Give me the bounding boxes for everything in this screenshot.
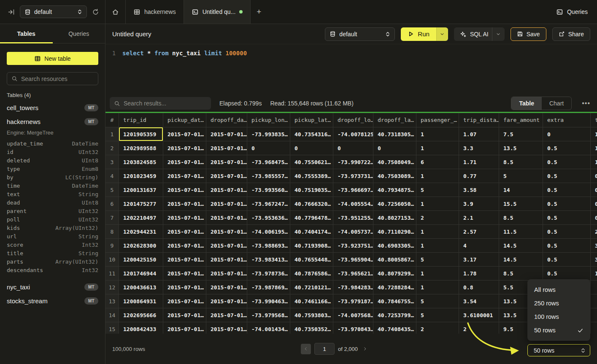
table-cell[interactable]: 1 <box>591 155 597 169</box>
table-cell[interactable]: 40.6903305… <box>373 239 416 253</box>
table-cell[interactable]: 40.7253799… <box>373 308 416 322</box>
table-cell[interactable]: 40.7350352… <box>290 322 333 334</box>
table-cell[interactable]: 1 <box>591 267 597 280</box>
column-row[interactable]: idUInt32 <box>0 148 105 156</box>
table-item-stocks-stream[interactable]: stocks_stream MT <box>0 294 105 308</box>
table-cell[interactable]: 0.5 <box>543 155 591 169</box>
table-cell[interactable]: 40.7519035… <box>290 183 333 197</box>
table-cell[interactable]: -73.993835… <box>247 127 290 141</box>
table-cell[interactable]: -73.983413… <box>247 253 290 267</box>
table-cell[interactable] <box>591 294 597 308</box>
column-header[interactable]: extra <box>543 113 591 127</box>
column-header[interactable]: passenger_… <box>416 113 459 127</box>
table-cell[interactable]: 2015-07-01… <box>206 225 247 239</box>
table-cell[interactable]: 0.5 <box>543 239 591 253</box>
table-cell[interactable] <box>591 308 597 322</box>
table-cell[interactable]: 1.71 <box>459 155 499 169</box>
table-cell[interactable]: -73.923751… <box>333 239 373 253</box>
table-cell[interactable]: 5 <box>416 308 459 322</box>
table-cell[interactable]: 2 <box>416 211 459 225</box>
table-cell[interactable]: 40.7110290… <box>373 225 416 239</box>
table-cell[interactable]: 1 <box>416 225 459 239</box>
page-number-input[interactable] <box>314 343 335 355</box>
column-header[interactable]: pickup_lat… <box>290 113 333 127</box>
table-cell[interactable]: 0.5 <box>543 169 591 183</box>
table-cell[interactable]: 0.8 <box>459 280 499 294</box>
table-cell[interactable]: 1 <box>416 127 459 141</box>
table-cell[interactable]: 2015-07-01… <box>163 127 206 141</box>
table-cell[interactable]: 2 <box>591 225 597 239</box>
column-header[interactable]: t <box>591 113 597 127</box>
table-cell[interactable]: 2015-07-01… <box>163 211 206 225</box>
column-row[interactable]: byLC(String) <box>0 173 105 181</box>
topbar-database-selector[interactable]: default <box>20 5 87 18</box>
table-cell[interactable]: -73.965904… <box>333 253 373 267</box>
table-cell[interactable]: 14.5 <box>499 239 543 253</box>
table-cell[interactable]: 0 <box>333 141 373 155</box>
table-cell[interactable]: 2 <box>416 322 459 334</box>
column-row[interactable]: scoreInt32 <box>0 240 105 249</box>
table-cell[interactable]: 2015-07-01… <box>163 322 206 334</box>
table-cell[interactable]: 0 <box>591 183 597 197</box>
table-cell[interactable]: -73.990463… <box>247 294 290 308</box>
column-row[interactable]: pollUInt32 <box>0 215 105 224</box>
table-cell[interactable]: 40.7876586… <box>290 267 333 280</box>
table-cell[interactable]: 0 <box>290 141 333 155</box>
table-cell[interactable]: -74.0078125 <box>333 127 373 141</box>
table-cell[interactable]: -74.005554… <box>333 197 373 211</box>
table-cell[interactable]: 2015-07-01… <box>163 225 206 239</box>
table-cell[interactable]: 0.5 <box>543 225 591 239</box>
table-cell[interactable]: 1200842433 <box>119 322 163 334</box>
table-cell[interactable]: 1200436613 <box>119 280 163 294</box>
column-row[interactable]: typeEnum8 <box>0 164 105 173</box>
column-header[interactable]: fare_amount <box>499 113 543 127</box>
table-cell[interactable]: 14 <box>499 183 543 197</box>
table-cell[interactable]: -73.988693… <box>247 239 290 253</box>
table-cell[interactable]: 2015-07-01… <box>163 169 206 183</box>
table-cell[interactable]: 2015-07-01… <box>163 294 206 308</box>
table-cell[interactable]: -73.990722… <box>333 155 373 169</box>
table-cell[interactable]: 2015-07-01… <box>206 322 247 334</box>
new-table-button[interactable]: New table <box>7 52 98 65</box>
table-cell[interactable] <box>591 280 597 294</box>
table-cell[interactable]: 3.3 <box>459 141 499 155</box>
table-cell[interactable]: 5 <box>416 183 459 197</box>
table-cell[interactable]: 0.5 <box>543 211 591 225</box>
table-cell[interactable]: 1201905359 <box>119 127 163 141</box>
table-cell[interactable]: 40.8027153… <box>373 211 416 225</box>
table-cell[interactable]: 0 <box>591 211 597 225</box>
table-cell[interactable]: 1 <box>416 239 459 253</box>
table-cell[interactable]: -74.005737… <box>333 225 373 239</box>
column-header[interactable]: dropoff_lo… <box>333 113 373 127</box>
table-cell[interactable]: 0 <box>373 141 416 155</box>
menu-item-all-rows[interactable]: All rows <box>527 283 590 297</box>
column-header[interactable]: # <box>105 113 119 127</box>
table-cell[interactable]: 1203824585 <box>119 155 163 169</box>
table-cell[interactable]: 0.5 <box>543 183 591 197</box>
save-button[interactable]: Save <box>511 27 546 41</box>
column-row[interactable]: timeDateTime <box>0 181 105 190</box>
run-options-caret[interactable] <box>436 27 448 41</box>
table-cell[interactable]: 0.5 <box>543 253 591 267</box>
table-cell[interactable]: 15.5 <box>499 197 543 211</box>
table-cell[interactable]: -73.966697… <box>333 183 373 197</box>
sql-ai-button[interactable]: SQL AI <box>454 27 505 41</box>
table-cell[interactable]: 0.5 <box>543 267 591 280</box>
table-cell[interactable]: 2.1 <box>459 211 499 225</box>
table-cell[interactable]: 1202944231 <box>119 225 163 239</box>
table-cell[interactable]: -73.968475… <box>247 155 290 169</box>
table-cell[interactable]: 2015-07-01… <box>163 308 206 322</box>
collapse-sidebar-icon[interactable] <box>8 8 15 16</box>
table-item-cell-towers[interactable]: cell_towers MT <box>0 101 105 115</box>
table-cell[interactable]: 1201023459 <box>119 169 163 183</box>
table-cell[interactable]: 0.5 <box>543 141 591 155</box>
table-cell[interactable]: 8.5 <box>499 155 543 169</box>
table-cell[interactable]: 2015-07-01… <box>206 197 247 211</box>
menu-item-250-rows[interactable]: 250 rows <box>527 297 590 310</box>
table-cell[interactable]: 1 <box>416 169 459 183</box>
table-cell[interactable]: 0 <box>591 169 597 183</box>
table-item-nyc-taxi[interactable]: nyc_taxi MT <box>0 280 105 294</box>
table-cell[interactable]: 40.7934875… <box>373 183 416 197</box>
table-cell[interactable]: 40.7655448… <box>290 253 333 267</box>
sql-editor[interactable]: 1 select * from nyc_taxi limit 100000 <box>105 44 597 95</box>
